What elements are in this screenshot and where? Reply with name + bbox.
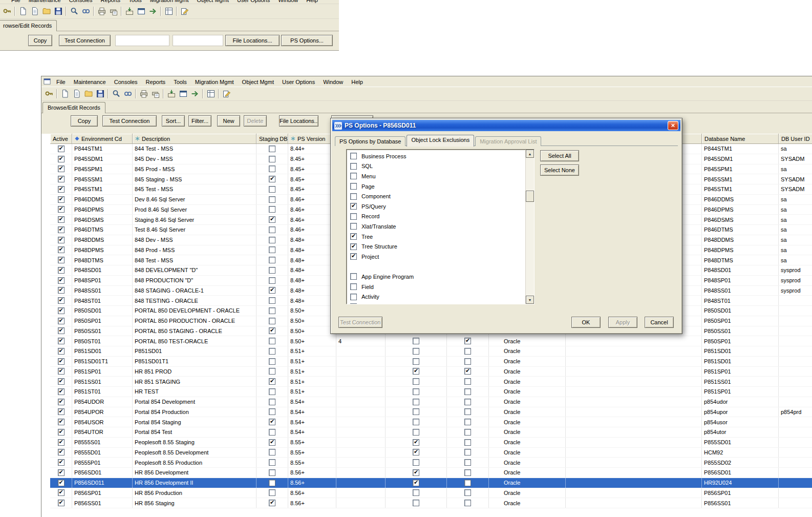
table-row-p856sd01[interactable]: P856SD01HR 856 Development8.56+OracleP85… (50, 468, 812, 478)
table-row-p854utor[interactable]: P854UTORPortal 854 Test8.54+Oraclep854ut… (50, 427, 812, 438)
staging-db-checkbox[interactable] (269, 277, 275, 284)
active-checkbox[interactable] (58, 226, 65, 233)
import-icon[interactable] (123, 6, 135, 17)
staging-db-checkbox[interactable] (269, 348, 275, 355)
open-doc-icon[interactable] (29, 6, 40, 17)
lock-b-checkbox[interactable] (464, 338, 471, 344)
active-checkbox[interactable] (58, 500, 65, 506)
menu-reports[interactable]: Reports (97, 0, 125, 4)
import-icon[interactable] (165, 88, 177, 100)
column-header-description[interactable]: Description (133, 134, 257, 143)
cancel-button[interactable]: Cancel (645, 317, 674, 328)
folder-icon[interactable] (82, 88, 94, 100)
new-doc-icon[interactable] (17, 6, 29, 17)
lock-b-checkbox[interactable] (464, 500, 471, 506)
object-type-ps-query[interactable]: PS/Query (347, 201, 525, 212)
scroll-down-button[interactable] (526, 296, 534, 304)
staging-db-checkbox[interactable] (269, 166, 275, 172)
print-icon[interactable] (96, 6, 108, 17)
object-type-business-process[interactable]: Business Process (347, 151, 525, 161)
table-row-p8555s01[interactable]: P8555S01Peoplesoft 8.55 Staging8.55+Orac… (50, 438, 812, 448)
object-type-xlat-translate[interactable]: Xlat/Translate (347, 221, 525, 232)
new-doc-icon[interactable] (59, 88, 71, 100)
menu-tools[interactable]: Tools (169, 77, 191, 86)
test-connection-button[interactable]: Test Connection (59, 35, 111, 46)
table-row-p856ss01[interactable]: P856SS01HR 856 Staging8.56+OracleP856SS0… (50, 498, 812, 508)
object-type-menu[interactable]: Menu (347, 171, 525, 181)
lock-b-checkbox[interactable] (464, 439, 471, 446)
lock-a-checkbox[interactable] (413, 489, 419, 496)
lock-b-checkbox[interactable] (464, 480, 471, 486)
column-header-database-name[interactable]: Database Name (702, 134, 779, 143)
lock-a-checkbox[interactable] (413, 429, 419, 436)
lock-a-checkbox[interactable] (413, 368, 419, 375)
menu-migration-mgmt[interactable]: Migration Mgmt (191, 77, 238, 86)
staging-db-checkbox[interactable] (269, 399, 275, 405)
active-checkbox[interactable] (58, 489, 65, 496)
lock-a-checkbox[interactable] (413, 388, 419, 395)
window-menu-icon[interactable] (43, 77, 51, 86)
report-icon[interactable] (205, 88, 217, 100)
lock-b-checkbox[interactable] (464, 358, 471, 365)
active-checkbox[interactable] (58, 419, 65, 425)
staging-db-checkbox[interactable] (269, 408, 275, 415)
lock-a-checkbox[interactable] (413, 338, 419, 344)
staging-db-checkbox[interactable] (269, 307, 275, 314)
object-type-record[interactable]: Record (347, 212, 525, 222)
active-checkbox[interactable] (58, 186, 65, 193)
object-type-checkbox[interactable] (350, 193, 357, 200)
copy-button[interactable]: Copy (71, 115, 98, 127)
lock-a-checkbox[interactable] (413, 399, 419, 405)
lock-a-checkbox[interactable] (413, 459, 419, 466)
active-checkbox[interactable] (58, 166, 65, 172)
staging-db-checkbox[interactable] (269, 186, 275, 193)
new-button[interactable]: New (217, 115, 240, 127)
search-icon[interactable] (110, 88, 122, 100)
active-checkbox[interactable] (58, 297, 65, 304)
lock-a-checkbox[interactable] (413, 439, 419, 446)
object-type-item[interactable] (347, 302, 525, 304)
object-type-activity[interactable]: Activity (347, 292, 525, 302)
menu-help[interactable]: Help (302, 0, 322, 4)
report-icon[interactable] (163, 6, 175, 17)
staging-db-checkbox[interactable] (269, 378, 275, 385)
ps-options-button[interactable]: PS Options... (281, 35, 333, 46)
table-row-p854udor[interactable]: P854UDORPortal 854 Development8.54+Oracl… (50, 397, 812, 407)
staging-db-checkbox[interactable] (269, 480, 275, 486)
print-preview-icon[interactable] (108, 6, 119, 17)
menu-user-options[interactable]: User Options (233, 0, 274, 4)
filter-button[interactable]: Filter... (188, 115, 211, 127)
lock-b-checkbox[interactable] (464, 399, 471, 405)
object-type-checkbox[interactable] (350, 213, 357, 220)
staging-db-checkbox[interactable] (269, 146, 275, 152)
lock-b-checkbox[interactable] (464, 449, 471, 456)
object-type-checkbox[interactable] (350, 273, 357, 280)
table-row-p851ss01[interactable]: P851SS01HR 851 STAGING8.51+OracleP851SS0… (50, 377, 812, 387)
column-header-ps-version[interactable]: PS Version (288, 134, 336, 143)
column-header-db-user-id[interactable]: DB User ID (779, 134, 812, 143)
object-type-page[interactable]: Page (347, 181, 525, 192)
window-icon[interactable] (135, 6, 147, 17)
lock-a-checkbox[interactable] (413, 500, 419, 506)
tab-browse-edit-records[interactable]: rowse/Edit Records (0, 20, 57, 31)
object-type-checkbox[interactable] (350, 153, 357, 159)
key-icon[interactable] (1, 6, 13, 17)
object-type-checkbox[interactable] (350, 283, 357, 290)
print-icon[interactable] (138, 88, 149, 100)
active-checkbox[interactable] (58, 277, 65, 284)
lock-a-checkbox[interactable] (413, 449, 419, 456)
staging-db-checkbox[interactable] (269, 500, 275, 506)
active-checkbox[interactable] (58, 399, 65, 405)
menu-object-mgmt[interactable]: Object Mgmt (193, 0, 233, 4)
lock-a-checkbox[interactable] (413, 408, 419, 415)
staging-db-checkbox[interactable] (269, 429, 275, 436)
active-checkbox[interactable] (58, 307, 65, 314)
column-header-environment-cd[interactable]: Environment Cd (72, 134, 133, 143)
staging-db-checkbox[interactable] (269, 368, 275, 375)
active-checkbox[interactable] (58, 429, 65, 436)
active-checkbox[interactable] (58, 318, 65, 324)
object-type-checkbox[interactable] (350, 294, 357, 300)
object-type-field[interactable]: Field (347, 282, 525, 292)
active-checkbox[interactable] (58, 237, 65, 243)
staging-db-checkbox[interactable] (269, 267, 275, 274)
